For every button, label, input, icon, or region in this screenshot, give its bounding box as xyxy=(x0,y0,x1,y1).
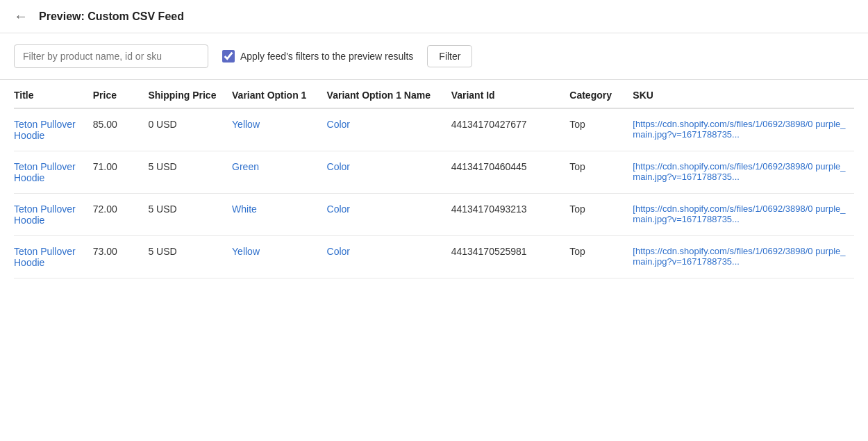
cell-price: 73.00 xyxy=(93,236,149,278)
cell-variant-id: 44134170427677 xyxy=(451,108,570,151)
cell-variant-option-1: Yellow xyxy=(232,236,327,278)
cell-variant-id: 44134170460445 xyxy=(451,151,570,194)
cell-sku: [https://cdn.shopify.com/s/files/1/0692/… xyxy=(633,194,854,236)
cell-variant-id: 44134170525981 xyxy=(451,236,570,278)
cell-category: Top xyxy=(569,236,633,278)
table-row: Teton Pullover Hoodie85.000 USDYellowCol… xyxy=(14,108,854,151)
cell-variant-option-1-name: Color xyxy=(327,151,451,194)
filter-button[interactable]: Filter xyxy=(427,45,472,67)
cell-shipping-price: 5 USD xyxy=(148,151,232,194)
cell-variant-option-1: White xyxy=(232,194,327,236)
apply-filters-label: Apply feed's filters to the preview resu… xyxy=(240,51,413,62)
cell-category: Top xyxy=(569,108,633,151)
table-row: Teton Pullover Hoodie72.005 USDWhiteColo… xyxy=(14,194,854,236)
cell-variant-option-1-name: Color xyxy=(327,194,451,236)
back-icon[interactable]: ← xyxy=(14,8,28,24)
table-body: Teton Pullover Hoodie85.000 USDYellowCol… xyxy=(14,108,854,278)
cell-variant-id: 44134170493213 xyxy=(451,194,570,236)
col-header-sku: SKU xyxy=(633,80,854,108)
cell-title: Teton Pullover Hoodie xyxy=(14,194,93,236)
table-header: Title Price Shipping Price Variant Optio… xyxy=(14,80,854,108)
cell-shipping-price: 5 USD xyxy=(148,236,232,278)
cell-variant-option-1-name: Color xyxy=(327,108,451,151)
cell-variant-option-1-name: Color xyxy=(327,236,451,278)
cell-category: Top xyxy=(569,194,633,236)
cell-price: 72.00 xyxy=(93,194,149,236)
filter-checkbox-group: Apply feed's filters to the preview resu… xyxy=(222,50,413,63)
page-title: Preview: Custom CSV Feed xyxy=(39,10,184,23)
cell-shipping-price: 5 USD xyxy=(148,194,232,236)
cell-title: Teton Pullover Hoodie xyxy=(14,151,93,194)
col-header-variant-option-1-name: Variant Option 1 Name xyxy=(327,80,451,108)
cell-category: Top xyxy=(569,151,633,194)
cell-price: 71.00 xyxy=(93,151,149,194)
table-row: Teton Pullover Hoodie73.005 USDYellowCol… xyxy=(14,236,854,278)
cell-sku: [https://cdn.shopify.com/s/files/1/0692/… xyxy=(633,108,854,151)
col-header-category: Category xyxy=(569,80,633,108)
toolbar: Apply feed's filters to the preview resu… xyxy=(0,33,868,80)
cell-title: Teton Pullover Hoodie xyxy=(14,108,93,151)
cell-shipping-price: 0 USD xyxy=(148,108,232,151)
preview-table: Title Price Shipping Price Variant Optio… xyxy=(14,80,854,278)
col-header-variant-option-1: Variant Option 1 xyxy=(232,80,327,108)
cell-title: Teton Pullover Hoodie xyxy=(14,236,93,278)
col-header-variant-id: Variant Id xyxy=(451,80,570,108)
table-row: Teton Pullover Hoodie71.005 USDGreenColo… xyxy=(14,151,854,194)
col-header-price: Price xyxy=(93,80,149,108)
col-header-title: Title xyxy=(14,80,93,108)
apply-filters-checkbox[interactable] xyxy=(222,50,235,63)
col-header-shipping-price: Shipping Price xyxy=(148,80,232,108)
table-container: Title Price Shipping Price Variant Optio… xyxy=(0,80,868,278)
cell-variant-option-1: Yellow xyxy=(232,108,327,151)
cell-sku: [https://cdn.shopify.com/s/files/1/0692/… xyxy=(633,151,854,194)
cell-variant-option-1: Green xyxy=(232,151,327,194)
page-header: ← Preview: Custom CSV Feed xyxy=(0,0,868,33)
cell-sku: [https://cdn.shopify.com/s/files/1/0692/… xyxy=(633,236,854,278)
search-input[interactable] xyxy=(14,44,208,68)
cell-price: 85.00 xyxy=(93,108,149,151)
